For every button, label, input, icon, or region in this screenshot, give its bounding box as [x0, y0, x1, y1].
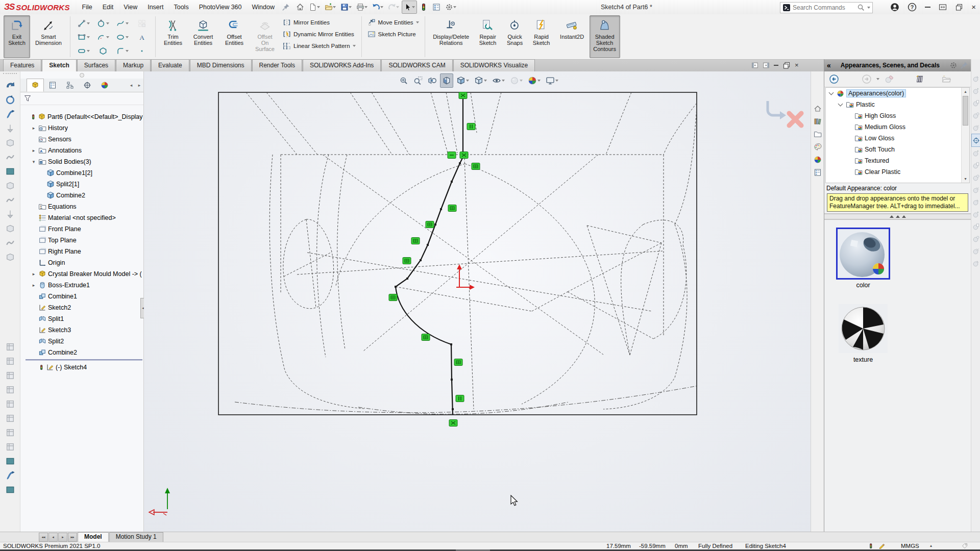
doc-minimize-button[interactable] — [774, 65, 778, 66]
side-toolbar-button-12[interactable] — [971, 208, 980, 220]
edit-sketch-status-icon[interactable] — [879, 543, 885, 549]
trim-entities-button[interactable]: Trim Entities — [160, 15, 186, 58]
left-toolbar-button-15[interactable] — [0, 354, 20, 368]
expander-icon[interactable]: ▸ — [31, 271, 37, 277]
dock-right-icon[interactable] — [763, 62, 770, 69]
tab-solidworks-visualize[interactable]: SOLIDWORKS Visualize — [453, 59, 535, 71]
left-toolbar-button-17[interactable] — [0, 383, 20, 397]
left-toolbar-button-6[interactable] — [0, 150, 20, 164]
menu-insert[interactable]: Insert — [142, 0, 168, 14]
tree-item-split2[interactable]: Split2 — [20, 336, 143, 347]
tab-scroll-last[interactable]: ▸▸ — [68, 533, 77, 542]
polygon-tool[interactable] — [93, 44, 113, 58]
magnifier-icon[interactable] — [857, 4, 865, 12]
side-toolbar-button-9[interactable] — [971, 171, 980, 184]
tab-render-tools[interactable]: Render Tools — [252, 59, 303, 71]
taskpane-tab-design-library[interactable] — [811, 115, 824, 128]
tree-item-equations[interactable]: ΣEquations — [20, 201, 143, 212]
sketch-vertex[interactable] — [434, 223, 436, 226]
side-toolbar-button-4[interactable] — [971, 109, 980, 121]
tree-scrollbar[interactable]: ▴▾ — [961, 88, 969, 183]
menu-tools[interactable]: Tools — [168, 0, 193, 14]
search-input[interactable]: Search Commands — [793, 4, 855, 11]
sketch-relation-badge[interactable] — [459, 92, 467, 99]
close-button[interactable]: × — [971, 0, 976, 14]
tab-markup[interactable]: Markup — [116, 59, 151, 71]
new-document-button[interactable] — [307, 1, 322, 14]
scroll-down-icon[interactable]: ▾ — [962, 175, 969, 183]
tab-property-manager[interactable] — [44, 79, 61, 92]
settings-button[interactable] — [443, 1, 458, 14]
tree-filter-row[interactable] — [20, 92, 143, 105]
tree-item-split2-1[interactable]: Split2[1] — [20, 179, 143, 190]
sketch-relation-badge[interactable] — [449, 420, 457, 427]
left-toolbar-button-7[interactable] — [0, 164, 20, 179]
user-account-button[interactable] — [890, 3, 899, 12]
left-toolbar-button-1[interactable] — [0, 79, 20, 93]
erase-appearance-button[interactable] — [885, 74, 894, 84]
ellipse-caret[interactable] — [126, 36, 129, 38]
move-entities-button[interactable]: Move Entities — [368, 18, 419, 27]
graphics-area[interactable] — [144, 71, 811, 532]
tab-solidworks-add-ins[interactable]: SOLIDWORKS Add-Ins — [303, 59, 381, 71]
menu-photoview-360[interactable]: PhotoView 360 — [194, 0, 247, 14]
side-toolbar-button-1[interactable] — [971, 72, 980, 85]
settings-dropdown-caret[interactable] — [453, 6, 456, 8]
menu-view[interactable]: View — [118, 0, 142, 14]
corner-rectangle-tool[interactable] — [74, 30, 93, 44]
search-commands-box[interactable]: Search Commands — [780, 2, 873, 13]
tree-item-combine2[interactable]: Combine2 — [20, 347, 143, 358]
quick-snaps-button[interactable]: Quick Snaps — [503, 15, 527, 58]
left-toolbar-button-22[interactable] — [0, 454, 20, 468]
convert-entities-button[interactable]: Convert Entities — [187, 15, 219, 58]
sketch-vertex[interactable] — [395, 286, 397, 288]
ellipse-tool[interactable] — [113, 30, 132, 44]
redo-dropdown-caret[interactable] — [396, 6, 399, 8]
side-toolbar-button-6[interactable] — [971, 134, 980, 147]
toolbar-grip[interactable] — [3, 73, 17, 77]
sketch-picture-button[interactable]: Sketch Picture — [368, 30, 419, 39]
select-button[interactable] — [402, 1, 417, 14]
menu-window[interactable]: Window — [247, 0, 280, 14]
doc-close-button[interactable]: × — [795, 61, 799, 70]
left-toolbar-button-18[interactable] — [0, 397, 20, 411]
undo-dropdown-caret[interactable] — [380, 6, 383, 8]
linear-pattern-caret[interactable] — [353, 45, 356, 47]
left-toolbar-button-11[interactable] — [0, 221, 20, 236]
active-sketch-polyline[interactable] — [396, 92, 463, 415]
undo-button[interactable] — [370, 1, 385, 14]
tab-display-manager[interactable] — [96, 79, 113, 92]
slot-tool[interactable] — [74, 44, 93, 58]
arc-tool[interactable] — [93, 30, 113, 44]
appearance-thumbnail-texture[interactable] — [839, 304, 888, 353]
expander-icon[interactable]: ▾ — [31, 159, 37, 164]
rollback-bar[interactable] — [26, 359, 142, 361]
tree-item-combine1[interactable]: Combine1 — [20, 291, 143, 302]
sketch-vertex[interactable] — [451, 181, 453, 183]
tree-item-material-not-specified[interactable]: Material <not specified> — [20, 212, 143, 223]
tree-item-top-plane[interactable]: Top Plane — [20, 235, 143, 246]
redo-button[interactable] — [386, 1, 401, 14]
left-toolbar-button-13[interactable] — [0, 250, 20, 264]
units-selector[interactable]: MMGS — [901, 542, 919, 549]
open-document-dropdown-caret[interactable] — [333, 6, 336, 8]
repair-sketch-button[interactable]: Repair Sketch — [474, 15, 502, 58]
side-toolbar-button-3[interactable] — [971, 97, 980, 109]
tree-item-right-plane[interactable]: Right Plane — [20, 246, 143, 257]
tree-item-combine1-2[interactable]: Combine1[2] — [20, 167, 143, 179]
sketch-fillet-caret[interactable] — [126, 50, 129, 52]
open-appearance-file-button[interactable] — [942, 74, 951, 84]
left-toolbar-button-3[interactable] — [0, 107, 20, 121]
add-appearance-button[interactable] — [915, 74, 924, 84]
pane-pin-icon[interactable] — [960, 61, 968, 69]
shaded-contours-button[interactable]: Shaded Sketch Contours — [590, 15, 620, 58]
tag-icon[interactable] — [962, 543, 968, 549]
left-toolbar-button-9[interactable] — [0, 193, 20, 207]
appearance-item-plastic[interactable]: Plastic — [826, 99, 969, 110]
appearance-item-soft-touch[interactable]: Soft Touch — [826, 144, 969, 155]
tab-features[interactable]: Features — [3, 59, 41, 71]
pin-menu-button[interactable] — [280, 1, 292, 14]
left-toolbar-button-23[interactable] — [0, 468, 20, 483]
sketch-vertex[interactable] — [452, 408, 454, 410]
display-delete-button[interactable]: Display/Delete Relations — [429, 15, 473, 58]
